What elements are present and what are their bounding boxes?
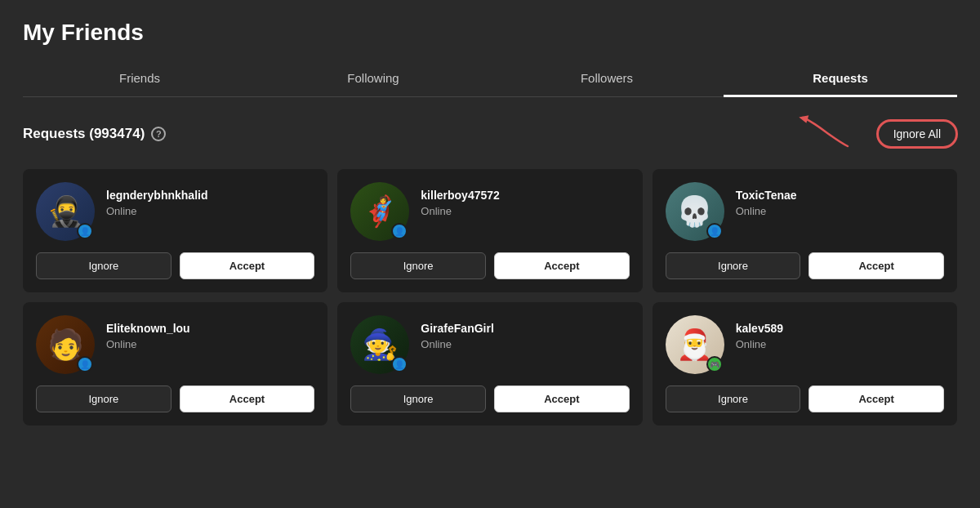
- avatar-wrap: 🧑 👤: [36, 315, 95, 374]
- user-status: Online: [421, 338, 493, 350]
- username: killerboy47572: [421, 189, 500, 202]
- card-actions: Ignore Accept: [36, 385, 314, 412]
- badge-icon: 👤: [80, 360, 90, 369]
- card-top: 🦸 👤 killerboy47572 Online: [350, 182, 629, 241]
- username: legnderybhnkhalid: [106, 189, 207, 202]
- user-status: Online: [736, 205, 797, 217]
- tab-followers[interactable]: Followers: [490, 61, 724, 97]
- accept-button[interactable]: Accept: [180, 385, 315, 412]
- avatar-wrap: 🎅 🎮: [666, 315, 724, 374]
- ignore-button[interactable]: Ignore: [666, 385, 801, 412]
- avatar-wrap: 💀 👤: [666, 182, 724, 241]
- avatar-emoji: 🦸: [362, 197, 399, 226]
- avatar-emoji: 💀: [676, 197, 713, 226]
- arrow-annotation: [799, 114, 864, 154]
- card-actions: Ignore Accept: [666, 385, 944, 412]
- username: kalev589: [736, 322, 783, 335]
- user-info: kalev589 Online: [736, 315, 783, 350]
- avatar-badge: 👤: [77, 356, 93, 372]
- badge-icon: 👤: [710, 227, 719, 236]
- card-top: 🧑 👤 Eliteknown_lou Online: [36, 315, 314, 374]
- user-info: legnderybhnkhalid Online: [106, 182, 207, 217]
- info-icon: ?: [151, 127, 166, 141]
- username: ToxicTenae: [736, 189, 797, 202]
- user-info: GirafeFanGirl Online: [421, 315, 493, 350]
- section-title: Requests (993474) ?: [23, 126, 166, 142]
- card-actions: Ignore Accept: [350, 385, 629, 412]
- card-top: 💀 👤 ToxicTenae Online: [666, 182, 944, 241]
- ignore-button[interactable]: Ignore: [350, 385, 486, 412]
- badge-icon: 👤: [394, 227, 404, 236]
- user-info: Eliteknown_lou Online: [106, 315, 190, 350]
- avatar-emoji: 🎅: [676, 330, 713, 359]
- badge-icon: 👤: [80, 227, 90, 236]
- request-card: 💀 👤 ToxicTenae Online Ignore Accept: [653, 169, 957, 292]
- user-status: Online: [421, 205, 500, 217]
- user-info: killerboy47572 Online: [421, 182, 500, 217]
- requests-grid: 🥷 👤 legnderybhnkhalid Online Ignore Acce…: [23, 169, 957, 426]
- badge-icon: 🎮: [710, 360, 719, 369]
- section-header: Requests (993474) ? Ignore All: [23, 114, 957, 154]
- tab-following[interactable]: Following: [256, 61, 490, 97]
- card-top: 🧙 👤 GirafeFanGirl Online: [350, 315, 629, 374]
- card-top: 🥷 👤 legnderybhnkhalid Online: [36, 182, 314, 241]
- avatar-emoji: 🧑: [47, 330, 84, 359]
- ignore-button[interactable]: Ignore: [666, 252, 801, 279]
- user-status: Online: [736, 338, 783, 350]
- card-top: 🎅 🎮 kalev589 Online: [666, 315, 944, 374]
- accept-button[interactable]: Accept: [808, 252, 944, 279]
- request-card: 🥷 👤 legnderybhnkhalid Online Ignore Acce…: [23, 169, 327, 292]
- card-actions: Ignore Accept: [666, 252, 944, 279]
- ignore-button[interactable]: Ignore: [36, 385, 172, 412]
- accept-button[interactable]: Accept: [180, 252, 315, 279]
- username: Eliteknown_lou: [106, 322, 190, 335]
- avatar-badge: 👤: [77, 223, 93, 239]
- tab-requests[interactable]: Requests: [724, 61, 957, 97]
- request-card: 🧙 👤 GirafeFanGirl Online Ignore Accept: [337, 302, 642, 426]
- avatar-badge: 👤: [391, 356, 408, 372]
- request-card: 🧑 👤 Eliteknown_lou Online Ignore Accept: [23, 302, 327, 426]
- accept-button[interactable]: Accept: [494, 385, 630, 412]
- accept-button[interactable]: Accept: [808, 385, 944, 412]
- avatar-wrap: 🥷 👤: [36, 182, 95, 241]
- card-actions: Ignore Accept: [36, 252, 314, 279]
- avatar-emoji: 🥷: [47, 197, 84, 226]
- request-card: 🎅 🎮 kalev589 Online Ignore Accept: [653, 302, 957, 426]
- section-title-text: Requests (993474): [23, 126, 145, 142]
- avatar-wrap: 🧙 👤: [350, 315, 409, 374]
- ignore-button[interactable]: Ignore: [36, 252, 172, 279]
- user-info: ToxicTenae Online: [736, 182, 797, 217]
- user-status: Online: [106, 205, 207, 217]
- svg-marker-0: [799, 114, 811, 125]
- tabs-nav: Friends Following Followers Requests: [23, 60, 957, 97]
- ignore-all-button[interactable]: Ignore All: [877, 120, 957, 148]
- avatar-badge: 👤: [391, 223, 408, 239]
- card-actions: Ignore Accept: [350, 252, 629, 279]
- avatar-badge: 👤: [706, 223, 723, 239]
- user-status: Online: [106, 338, 190, 350]
- ignore-button[interactable]: Ignore: [350, 252, 486, 279]
- username: GirafeFanGirl: [421, 322, 493, 335]
- avatar-badge: 🎮: [706, 356, 723, 372]
- accept-button[interactable]: Accept: [494, 252, 630, 279]
- avatar-wrap: 🦸 👤: [350, 182, 409, 241]
- page-title: My Friends: [23, 20, 957, 46]
- tab-friends[interactable]: Friends: [23, 61, 256, 97]
- badge-icon: 👤: [394, 360, 404, 369]
- request-card: 🦸 👤 killerboy47572 Online Ignore Accept: [337, 169, 642, 292]
- avatar-emoji: 🧙: [362, 330, 399, 359]
